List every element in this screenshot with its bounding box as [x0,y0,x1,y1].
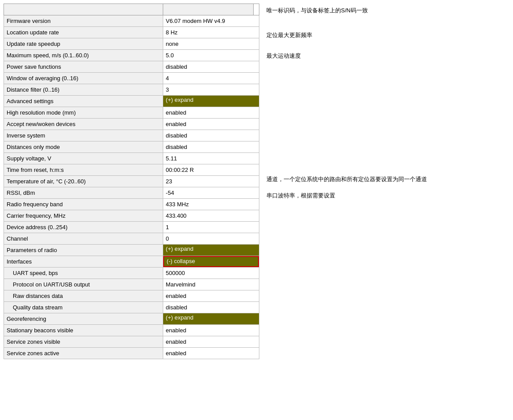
row-value: 5.0 [163,50,259,61]
row-label: Quality data stream [4,302,163,313]
table-row: Interfaces(-) collapse [4,256,259,268]
row-label: UART speed, bps [4,268,163,279]
row-label: Inverse system [4,130,163,141]
row-label: Advanced settings [4,96,163,107]
annotations-section: 唯一标识码，与设备标签上的S/N码一致 定位最大更新频率 最大运动速度 通道，一… [266,4,509,359]
row-value: 1 [163,222,259,233]
row-label: Distances only mode [4,141,163,153]
row-label: Update rate speedup [4,38,163,50]
row-label: Location update rate [4,27,163,38]
row-label: Distance filter (0..16) [4,84,163,96]
row-value: enabled [163,348,259,359]
row-label: High resolution mode (mm) [4,107,163,119]
page-wrapper: Firmware versionV6.07 modem HW v4.9Locat… [0,0,513,363]
row-label: Supply voltage, V [4,153,163,164]
copy-to-clipboard-button[interactable] [163,4,253,15]
row-label: Power save functions [4,61,163,73]
row-value: 433 MHz [163,199,259,210]
annotation-channel: 通道，一个定位系统中的路由和所有定位器要设置为同一个通道 [266,175,509,184]
row-value: 5.11 [163,153,259,164]
row-label: Raw distances data [4,290,163,302]
row-value: disabled [163,130,259,141]
annotation-max-speed: 最大运动速度 [266,52,509,60]
row-value: enabled [163,336,259,348]
table-row: Maximum speed, m/s (0.1..60.0)5.0 [4,50,259,61]
row-value: disabled [163,141,259,153]
row-label: Window of averaging (0..16) [4,73,163,84]
annotation-cpu-id: 唯一标识码，与设备标签上的S/N码一致 [266,6,509,15]
table-row: Channel0 [4,233,259,245]
table-row: Raw distances dataenabled [4,290,259,302]
table-row: Power save functionsdisabled [4,61,259,73]
table-row: Protocol on UART/USB outputMarvelmind [4,279,259,290]
row-label: Georeferencing [4,313,163,325]
table-row: Quality data streamdisabled [4,302,259,313]
row-label: Radio frequency band [4,199,163,210]
row-label: Protocol on UART/USB output [4,279,163,290]
table-row: UART speed, bps500000 [4,268,259,279]
row-label: Maximum speed, m/s (0.1..60.0) [4,50,163,61]
row-value: 3 [163,84,259,96]
table-row: Accept new/woken devicesenabled [4,119,259,130]
row-value: enabled [163,290,259,302]
row-label: Temperature of air, °C (-20..60) [4,176,163,187]
row-label: Parameters of radio [4,245,163,256]
row-value: Marvelmind [163,279,259,290]
table-row: Update rate speedupnone [4,38,259,50]
row-value: 23 [163,176,259,187]
collapse-button[interactable]: (-) collapse [163,256,259,267]
expand-button[interactable]: (+) expand [163,245,259,256]
annotation-location-rate: 定位最大更新频率 [266,31,509,40]
row-label: Device address (0..254) [4,222,163,233]
row-label: Interfaces [4,256,163,268]
table-row: Temperature of air, °C (-20..60)23 [4,176,259,187]
row-value: 8 Hz [163,27,259,38]
expand-button[interactable]: (+) expand [163,96,259,107]
row-label: Firmware version [4,15,163,27]
table-row: Distance filter (0..16)3 [4,84,259,96]
row-value[interactable]: (+) expand [163,245,259,256]
table-row: Service zones activeenabled [4,348,259,359]
row-value: 00:00:22 R [163,164,259,176]
header-row [4,4,259,15]
table-row: Time from reset, h:m:s00:00:22 R [4,164,259,176]
expand-button[interactable]: (+) expand [163,313,259,324]
table-row: Advanced settings(+) expand [4,96,259,107]
cpu-id-label [4,4,163,15]
table-row: Window of averaging (0..16)4 [4,73,259,84]
table-row: Georeferencing(+) expand [4,313,259,325]
table-row: Device address (0..254)1 [4,222,259,233]
table-row: Carrier frequency, MHz433.400 [4,210,259,222]
table-row: Supply voltage, V5.11 [4,153,259,164]
row-value: 4 [163,73,259,84]
annotation-uart-speed: 串口波特率，根据需要设置 [266,191,509,200]
row-value: 0 [163,233,259,245]
row-label: Carrier frequency, MHz [4,210,163,222]
table-row: Stationary beacons visibleenabled [4,325,259,336]
table-row: High resolution mode (mm)enabled [4,107,259,119]
row-label: RSSI, dBm [4,187,163,199]
row-value[interactable]: (+) expand [163,96,259,107]
row-value[interactable]: (-) collapse [163,256,259,268]
row-label: Channel [4,233,163,245]
row-value: enabled [163,325,259,336]
row-label: Accept new/woken devices [4,119,163,130]
settings-table: Firmware versionV6.07 modem HW v4.9Locat… [4,4,259,359]
table-row: Distances only modedisabled [4,141,259,153]
table-row: Inverse systemdisabled [4,130,259,141]
row-value: none [163,38,259,50]
table-section: Firmware versionV6.07 modem HW v4.9Locat… [4,4,259,359]
cpu-id-value [254,4,259,15]
table-row: Firmware versionV6.07 modem HW v4.9 [4,15,259,27]
row-value[interactable]: (+) expand [163,313,259,325]
row-value: 433.400 [163,210,259,222]
row-value: enabled [163,119,259,130]
row-label: Service zones visible [4,336,163,348]
row-value: enabled [163,107,259,119]
row-value: disabled [163,61,259,73]
table-row: Location update rate8 Hz [4,27,259,38]
row-label: Stationary beacons visible [4,325,163,336]
table-row: Radio frequency band433 MHz [4,199,259,210]
row-value: disabled [163,302,259,313]
table-row: RSSI, dBm-54 [4,187,259,199]
